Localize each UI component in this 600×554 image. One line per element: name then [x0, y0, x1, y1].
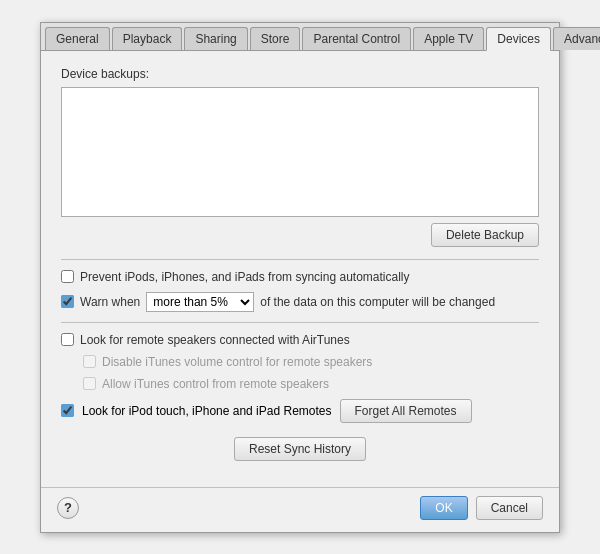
prevent-ipods-checkbox[interactable] — [61, 270, 74, 283]
tab-parental-control[interactable]: Parental Control — [302, 27, 411, 50]
warn-dropdown[interactable]: more than 5% more than 10% more than 15%… — [146, 292, 254, 312]
reset-row: Reset Sync History — [61, 437, 539, 461]
tab-store[interactable]: Store — [250, 27, 301, 50]
tab-apple-tv[interactable]: Apple TV — [413, 27, 484, 50]
backup-list — [61, 87, 539, 217]
dialog-buttons: OK Cancel — [420, 496, 543, 520]
divider-1 — [61, 259, 539, 260]
warn-when-row: Warn when more than 5% more than 10% mor… — [61, 292, 539, 312]
warn-when-checkbox[interactable] — [61, 295, 74, 308]
disable-volume-row: Disable iTunes volume control for remote… — [83, 355, 539, 369]
remotes-row: Look for iPod touch, iPhone and iPad Rem… — [61, 399, 539, 423]
bottom-bar: ? OK Cancel — [41, 487, 559, 532]
help-button[interactable]: ? — [57, 497, 79, 519]
look-remotes-label: Look for iPod touch, iPhone and iPad Rem… — [82, 404, 332, 418]
tab-content: Device backups: Delete Backup Prevent iP… — [41, 51, 559, 487]
allow-control-label: Allow iTunes control from remote speaker… — [102, 377, 329, 391]
prevent-ipods-label: Prevent iPods, iPhones, and iPads from s… — [80, 270, 410, 284]
disable-volume-label: Disable iTunes volume control for remote… — [102, 355, 372, 369]
tab-devices[interactable]: Devices — [486, 27, 551, 51]
forget-all-button[interactable]: Forget All Remotes — [340, 399, 472, 423]
prevent-ipods-row: Prevent iPods, iPhones, and iPads from s… — [61, 270, 539, 284]
airtunes-row: Look for remote speakers connected with … — [61, 333, 539, 347]
look-remotes-checkbox[interactable] — [61, 404, 74, 417]
device-backups-label: Device backups: — [61, 67, 539, 81]
tab-general[interactable]: General — [45, 27, 110, 50]
warn-after-label: of the data on this computer will be cha… — [260, 295, 495, 309]
airtunes-label: Look for remote speakers connected with … — [80, 333, 350, 347]
allow-control-checkbox[interactable] — [83, 377, 96, 390]
ok-button[interactable]: OK — [420, 496, 467, 520]
allow-control-row: Allow iTunes control from remote speaker… — [83, 377, 539, 391]
airtunes-checkbox[interactable] — [61, 333, 74, 346]
delete-backup-button[interactable]: Delete Backup — [431, 223, 539, 247]
preferences-dialog: General Playback Sharing Store Parental … — [40, 22, 560, 533]
warn-when-label: Warn when — [80, 295, 140, 309]
reset-sync-button[interactable]: Reset Sync History — [234, 437, 366, 461]
disable-volume-checkbox[interactable] — [83, 355, 96, 368]
tab-advanced[interactable]: Advanced — [553, 27, 600, 50]
divider-2 — [61, 322, 539, 323]
tab-playback[interactable]: Playback — [112, 27, 183, 50]
tab-sharing[interactable]: Sharing — [184, 27, 247, 50]
cancel-button[interactable]: Cancel — [476, 496, 543, 520]
tab-bar: General Playback Sharing Store Parental … — [41, 23, 559, 51]
